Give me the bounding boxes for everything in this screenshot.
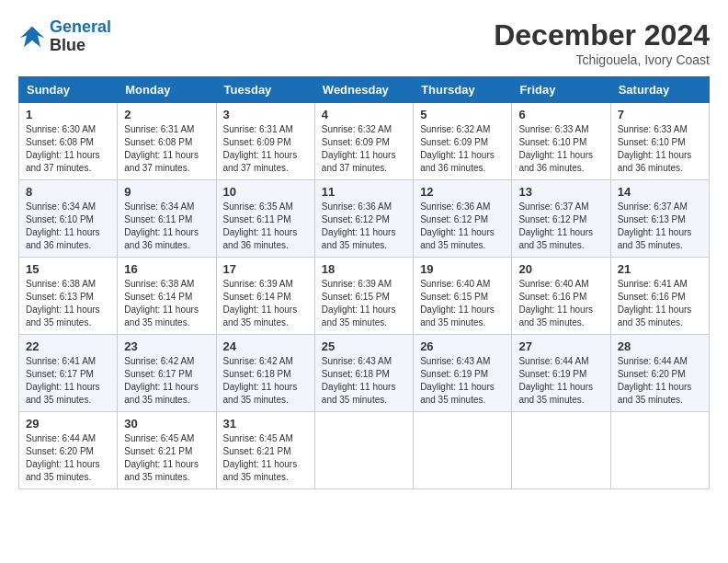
day-info: Sunrise: 6:42 AMSunset: 6:18 PMDaylight:… [223, 355, 308, 407]
day-number: 29 [26, 417, 110, 431]
day-info: Sunrise: 6:40 AMSunset: 6:15 PMDaylight:… [420, 278, 505, 329]
day-number: 9 [124, 185, 209, 199]
weekday-header-friday: Friday [512, 77, 610, 103]
calendar-week-row: 29Sunrise: 6:44 AMSunset: 6:20 PMDayligh… [19, 412, 710, 489]
day-info: Sunrise: 6:31 AMSunset: 6:09 PMDaylight:… [223, 123, 308, 175]
day-info: Sunrise: 6:43 AMSunset: 6:18 PMDaylight:… [322, 355, 406, 407]
day-number: 28 [618, 339, 702, 353]
day-info: Sunrise: 6:33 AMSunset: 6:10 PMDaylight:… [618, 123, 702, 175]
calendar-table: SundayMondayTuesdayWednesdayThursdayFrid… [18, 76, 710, 489]
day-number: 20 [518, 262, 603, 276]
day-info: Sunrise: 6:31 AMSunset: 6:08 PMDaylight:… [124, 123, 209, 175]
calendar-day-cell: 22Sunrise: 6:41 AMSunset: 6:17 PMDayligh… [19, 335, 118, 412]
day-number: 30 [124, 417, 209, 431]
weekday-header-wednesday: Wednesday [314, 77, 413, 103]
title-block: December 2024 Tchigouela, Ivory Coast [494, 18, 710, 67]
weekday-header-sunday: Sunday [19, 77, 118, 103]
day-number: 21 [618, 262, 702, 276]
calendar-day-cell: 29Sunrise: 6:44 AMSunset: 6:20 PMDayligh… [19, 412, 118, 489]
day-info: Sunrise: 6:33 AMSunset: 6:10 PMDaylight:… [518, 123, 603, 175]
day-info: Sunrise: 6:44 AMSunset: 6:20 PMDaylight:… [618, 355, 702, 407]
calendar-day-cell: 4Sunrise: 6:32 AMSunset: 6:09 PMDaylight… [314, 103, 413, 180]
day-info: Sunrise: 6:44 AMSunset: 6:20 PMDaylight:… [26, 432, 110, 484]
day-info: Sunrise: 6:39 AMSunset: 6:15 PMDaylight:… [322, 278, 406, 329]
day-number: 26 [420, 339, 505, 353]
day-number: 27 [518, 339, 603, 353]
calendar-day-cell: 19Sunrise: 6:40 AMSunset: 6:15 PMDayligh… [414, 258, 512, 335]
calendar-day-cell: 9Sunrise: 6:34 AMSunset: 6:11 PMDaylight… [118, 180, 216, 258]
day-number: 8 [26, 185, 110, 199]
day-info: Sunrise: 6:38 AMSunset: 6:13 PMDaylight:… [26, 278, 110, 329]
calendar-day-cell: 10Sunrise: 6:35 AMSunset: 6:11 PMDayligh… [216, 180, 314, 258]
calendar-day-cell [414, 412, 512, 489]
calendar-day-cell: 1Sunrise: 6:30 AMSunset: 6:08 PMDaylight… [19, 103, 118, 180]
day-info: Sunrise: 6:38 AMSunset: 6:14 PMDaylight:… [124, 278, 209, 329]
logo: General Blue [18, 18, 111, 55]
calendar-week-row: 22Sunrise: 6:41 AMSunset: 6:17 PMDayligh… [19, 335, 710, 412]
logo-icon [18, 23, 46, 51]
day-info: Sunrise: 6:37 AMSunset: 6:13 PMDaylight:… [618, 201, 702, 252]
calendar-day-cell: 3Sunrise: 6:31 AMSunset: 6:09 PMDaylight… [216, 103, 314, 180]
day-number: 3 [223, 108, 308, 121]
day-number: 16 [124, 262, 209, 276]
calendar-day-cell: 5Sunrise: 6:32 AMSunset: 6:09 PMDaylight… [414, 103, 512, 180]
calendar-day-cell: 25Sunrise: 6:43 AMSunset: 6:18 PMDayligh… [314, 335, 413, 412]
day-info: Sunrise: 6:42 AMSunset: 6:17 PMDaylight:… [124, 355, 209, 407]
calendar-day-cell: 8Sunrise: 6:34 AMSunset: 6:10 PMDaylight… [19, 180, 118, 258]
day-number: 7 [618, 108, 702, 121]
calendar-week-row: 8Sunrise: 6:34 AMSunset: 6:10 PMDaylight… [19, 180, 710, 258]
day-info: Sunrise: 6:34 AMSunset: 6:10 PMDaylight:… [26, 201, 110, 252]
calendar-day-cell: 30Sunrise: 6:45 AMSunset: 6:21 PMDayligh… [118, 412, 216, 489]
day-number: 25 [322, 339, 406, 353]
location: Tchigouela, Ivory Coast [494, 52, 710, 67]
calendar-day-cell: 23Sunrise: 6:42 AMSunset: 6:17 PMDayligh… [118, 335, 216, 412]
month-year: December 2024 [494, 18, 710, 52]
day-number: 2 [124, 108, 209, 121]
day-number: 11 [322, 185, 406, 199]
day-info: Sunrise: 6:41 AMSunset: 6:16 PMDaylight:… [618, 278, 702, 329]
day-info: Sunrise: 6:43 AMSunset: 6:19 PMDaylight:… [420, 355, 505, 407]
calendar-day-cell: 14Sunrise: 6:37 AMSunset: 6:13 PMDayligh… [610, 180, 709, 258]
calendar-day-cell: 18Sunrise: 6:39 AMSunset: 6:15 PMDayligh… [314, 258, 413, 335]
calendar-header-row: SundayMondayTuesdayWednesdayThursdayFrid… [19, 77, 710, 103]
calendar-day-cell [610, 412, 709, 489]
day-info: Sunrise: 6:45 AMSunset: 6:21 PMDaylight:… [124, 432, 209, 484]
logo-line1: General [50, 17, 111, 36]
weekday-header-tuesday: Tuesday [216, 77, 314, 103]
day-info: Sunrise: 6:35 AMSunset: 6:11 PMDaylight:… [223, 201, 308, 252]
day-number: 22 [26, 339, 110, 353]
calendar-week-row: 15Sunrise: 6:38 AMSunset: 6:13 PMDayligh… [19, 258, 710, 335]
day-info: Sunrise: 6:32 AMSunset: 6:09 PMDaylight:… [322, 123, 406, 175]
calendar-day-cell: 27Sunrise: 6:44 AMSunset: 6:19 PMDayligh… [512, 335, 610, 412]
day-info: Sunrise: 6:32 AMSunset: 6:09 PMDaylight:… [420, 123, 505, 175]
calendar-day-cell: 26Sunrise: 6:43 AMSunset: 6:19 PMDayligh… [414, 335, 512, 412]
day-info: Sunrise: 6:37 AMSunset: 6:12 PMDaylight:… [518, 201, 603, 252]
calendar-day-cell [314, 412, 413, 489]
day-info: Sunrise: 6:44 AMSunset: 6:19 PMDaylight:… [518, 355, 603, 407]
day-number: 31 [223, 417, 308, 431]
calendar-day-cell: 7Sunrise: 6:33 AMSunset: 6:10 PMDaylight… [610, 103, 709, 180]
calendar-day-cell: 21Sunrise: 6:41 AMSunset: 6:16 PMDayligh… [610, 258, 709, 335]
day-number: 18 [322, 262, 406, 276]
day-number: 17 [223, 262, 308, 276]
day-number: 4 [322, 108, 406, 121]
calendar-day-cell: 2Sunrise: 6:31 AMSunset: 6:08 PMDaylight… [118, 103, 216, 180]
day-info: Sunrise: 6:30 AMSunset: 6:08 PMDaylight:… [26, 123, 110, 175]
calendar-day-cell [512, 412, 610, 489]
logo-line2: Blue [50, 37, 111, 55]
day-number: 14 [618, 185, 702, 199]
day-info: Sunrise: 6:45 AMSunset: 6:21 PMDaylight:… [223, 432, 308, 484]
day-info: Sunrise: 6:34 AMSunset: 6:11 PMDaylight:… [124, 201, 209, 252]
svg-marker-0 [20, 27, 45, 48]
day-info: Sunrise: 6:40 AMSunset: 6:16 PMDaylight:… [518, 278, 603, 329]
calendar-day-cell: 13Sunrise: 6:37 AMSunset: 6:12 PMDayligh… [512, 180, 610, 258]
calendar-day-cell: 11Sunrise: 6:36 AMSunset: 6:12 PMDayligh… [314, 180, 413, 258]
day-number: 23 [124, 339, 209, 353]
calendar-day-cell: 17Sunrise: 6:39 AMSunset: 6:14 PMDayligh… [216, 258, 314, 335]
calendar-week-row: 1Sunrise: 6:30 AMSunset: 6:08 PMDaylight… [19, 103, 710, 180]
calendar-body: 1Sunrise: 6:30 AMSunset: 6:08 PMDaylight… [19, 103, 710, 489]
day-info: Sunrise: 6:36 AMSunset: 6:12 PMDaylight:… [322, 201, 406, 252]
day-info: Sunrise: 6:41 AMSunset: 6:17 PMDaylight:… [26, 355, 110, 407]
day-number: 10 [223, 185, 308, 199]
day-number: 5 [420, 108, 505, 121]
